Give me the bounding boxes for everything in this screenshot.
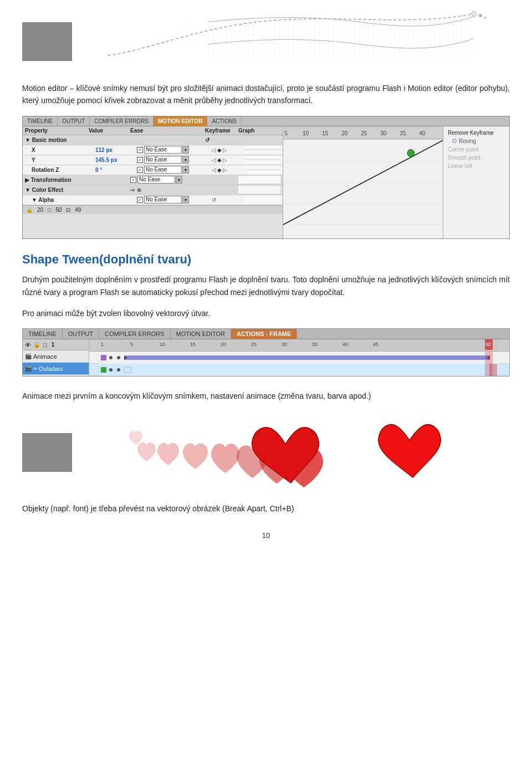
shape-tween-para1: Druhým použitelným doplněním v prostředí… — [22, 273, 510, 298]
alpha-graph — [245, 196, 280, 204]
row-alpha: ▼ Alpha ✓ No Ease ▼ ↺ — [23, 195, 283, 205]
x-keyframe-cell: ◁ ◆ ▷ — [212, 147, 245, 153]
x-label: X — [32, 147, 95, 153]
alpha-ease-checkbox[interactable]: ✓ — [137, 197, 143, 203]
timeline-tabs: TIMELINE OUTPUT COMPILER ERRORS MOTION E… — [23, 329, 509, 339]
tab-timeline[interactable]: TIMELINE — [23, 116, 58, 126]
svg-text:10: 10 — [160, 342, 165, 347]
svg-text:30: 30 — [282, 342, 287, 347]
x-ease-dropdown[interactable]: No Ease — [144, 146, 182, 154]
y-ease-checkbox[interactable]: ✓ — [137, 157, 143, 163]
footer-num3: 49 — [75, 207, 81, 213]
animation-caption: Animace mezi prvním a koncovým klíčovým … — [22, 390, 510, 402]
heart-transition-illustration — [83, 414, 510, 491]
y-kf-dot: ◆ — [217, 157, 222, 163]
layer-animace-label: Animace — [33, 353, 57, 360]
svg-point-39 — [109, 356, 112, 359]
svg-point-47 — [109, 368, 112, 372]
motion-editor-body: Property Value Ease Keyframe Graph ▼ Bas… — [23, 126, 509, 238]
svg-text:1: 1 — [101, 342, 104, 347]
x-ease-dropdown-btn[interactable]: ▼ — [182, 146, 189, 154]
y-keyframe-cell: ◁ ◆ ▷ — [212, 157, 245, 163]
footer-num2: 50 — [55, 207, 62, 213]
transformation-graph — [238, 176, 280, 184]
motion-editor-screenshot: TIMELINE OUTPUT COMPILER ERRORS MOTION E… — [22, 116, 510, 239]
svg-rect-38 — [101, 355, 106, 360]
timeline-frame-area: 1 5 10 15 20 25 30 35 40 45 50 — [89, 339, 509, 376]
alpha-ease-dropdown[interactable]: No Ease — [144, 196, 182, 204]
animace-frames — [89, 352, 509, 364]
y-ease-cell: ✓ No Ease ▼ — [137, 156, 212, 164]
svg-text:25: 25 — [361, 130, 367, 136]
timeline-screenshot: TIMELINE OUTPUT COMPILER ERRORS MOTION E… — [22, 328, 510, 377]
svg-text:25: 25 — [251, 342, 257, 347]
basic-motion-kf: ↺ — [205, 137, 238, 143]
transformation-label: ▶ Transformation — [25, 177, 89, 183]
basic-motion-label: ▼ Basic motion — [25, 137, 89, 143]
layer-animace-icon: 🎬 — [25, 353, 32, 359]
rotationz-ease-dropdown-btn[interactable]: ▼ — [182, 166, 189, 174]
layer-ovladani-edit-icon: ✏ — [33, 366, 38, 372]
transformation-ease-dropdown[interactable]: No Ease — [137, 176, 175, 184]
roving-dot-icon — [452, 139, 457, 143]
color-effect-graph — [238, 186, 280, 194]
alpha-ease-dropdown-btn[interactable]: ▼ — [182, 196, 189, 204]
frame-icon: □ — [48, 207, 51, 213]
tl-tab-compiler[interactable]: COMPILER ERRORS — [99, 329, 171, 339]
svg-text:5: 5 — [130, 342, 133, 347]
context-smooth-point: Smooth point — [443, 154, 509, 162]
rotationz-ease-dropdown[interactable]: No Ease — [144, 166, 182, 174]
shape-tween-para2: Pro animaci může být zvolen libovolný ve… — [22, 307, 510, 319]
tl-tab-actions-frame[interactable]: ACTIONS - FRAME — [231, 329, 297, 339]
layer-ovladani[interactable]: 🎬 ✏ Ovladani — [23, 363, 89, 375]
timeline-layer-header: 👁 🔒 □ 1 — [23, 339, 89, 350]
timeline-ruler: 1 5 10 15 20 25 30 35 40 45 50 — [89, 339, 509, 352]
tl-tab-timeline[interactable]: TIMELINE — [23, 329, 63, 339]
page-number: 10 — [22, 531, 510, 540]
col-ease: Ease — [130, 128, 205, 134]
tab-motion-editor[interactable]: MOTION EDITOR — [154, 116, 207, 126]
rotationz-kf-left-icon: ◁ — [212, 167, 216, 173]
transformation-ease-checkbox[interactable]: ✓ — [130, 177, 136, 183]
svg-text:45: 45 — [373, 342, 378, 347]
rotationz-kf-dot: ◆ — [217, 167, 222, 173]
col-graph: Graph — [238, 128, 280, 134]
alpha-label: ▼ Alpha — [32, 197, 95, 203]
transformation-ease-dropdown-btn[interactable]: ▼ — [176, 176, 182, 184]
y-ease-dropdown[interactable]: No Ease — [144, 156, 182, 164]
svg-text:5: 5 — [285, 130, 288, 136]
column-headers: Property Value Ease Keyframe Graph — [23, 126, 283, 135]
y-value: 145.5 px — [95, 157, 137, 163]
motion-editor-footer: 🔒 20 □ 50 ⊡ 49 — [23, 205, 283, 214]
svg-text:35: 35 — [400, 130, 406, 136]
layer-animace[interactable]: 🎬 Animace — [23, 350, 89, 363]
rotationz-value: 0 ° — [95, 167, 137, 173]
transformation-ease-cell: ✓ No Ease ▼ — [130, 176, 205, 184]
motion-editor-tabs: TIMELINE OUTPUT COMPILER ERRORS MOTION E… — [23, 116, 509, 126]
svg-text:40: 40 — [419, 130, 426, 136]
x-ease-checkbox[interactable]: ✓ — [137, 147, 143, 153]
context-roving: Roving — [448, 137, 509, 145]
col-value: Value — [89, 128, 130, 134]
reset-icon: ↺ — [205, 137, 209, 143]
tl-tab-output[interactable]: OUTPUT — [63, 329, 99, 339]
y-ease-dropdown-btn[interactable]: ▼ — [182, 156, 189, 164]
top-curve-area — [72, 11, 510, 72]
tl-tab-motion-editor[interactable]: MOTION EDITOR — [171, 329, 231, 339]
x-value: 112 px — [95, 147, 137, 153]
svg-text:50: 50 — [485, 342, 491, 347]
bottom-square-shape — [22, 433, 72, 472]
tab-actions[interactable]: ACTIONS — [207, 116, 241, 126]
y-kf-right-icon: ▷ — [223, 157, 227, 163]
col-keyframe: Keyframe — [205, 128, 238, 134]
context-remove-keyframe[interactable]: Remove Keyframe — [443, 129, 509, 137]
x-graph — [245, 146, 280, 154]
svg-text:15: 15 — [322, 130, 329, 136]
tab-compiler-errors[interactable]: COMPILER ERRORS — [90, 116, 154, 126]
lock-icon-tl: 🔒 — [33, 341, 41, 348]
timeline-layers: 👁 🔒 □ 1 🎬 Animace 🎬 ✏ Ovladani — [23, 339, 89, 376]
rotationz-ease-checkbox[interactable]: ✓ — [137, 167, 143, 173]
tab-output[interactable]: OUTPUT — [58, 116, 90, 126]
row-basic-motion: ▼ Basic motion ↺ — [23, 135, 283, 145]
color-effect-label: ▼ Color Effect — [25, 187, 89, 193]
